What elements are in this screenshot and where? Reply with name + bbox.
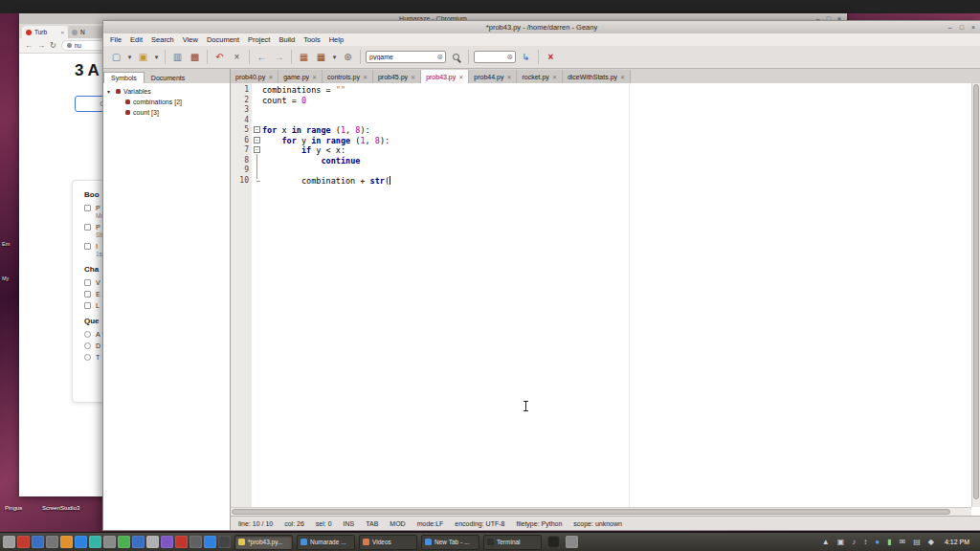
launcher-icon[interactable] [89, 536, 101, 548]
new-file-icon[interactable]: ▢ [109, 50, 123, 64]
taskbar-window-button[interactable]: *prob43.py... [234, 535, 293, 550]
launcher-icon[interactable] [161, 536, 173, 548]
launcher-icon[interactable] [60, 536, 73, 548]
open-file-dropdown-icon[interactable]: ▾ [153, 50, 160, 64]
nav-forward-icon[interactable]: → [272, 50, 286, 64]
close-doc-icon[interactable]: × [230, 50, 244, 64]
tray-clipboard-icon[interactable]: ▤ [913, 534, 921, 551]
menu-help[interactable]: Help [329, 35, 344, 44]
doc-tab-game.py[interactable]: game.py✕ [278, 70, 323, 83]
expander-icon[interactable]: ▾ [107, 88, 113, 95]
launcher-icon[interactable] [118, 536, 130, 548]
build-icon[interactable]: ▦ [314, 50, 328, 64]
tray-bluetooth-icon[interactable]: ● [875, 534, 880, 551]
tab-close-icon[interactable]: ✕ [458, 74, 463, 80]
menu-build[interactable]: Build [278, 35, 295, 44]
tray-network-icon[interactable]: ↕ [863, 534, 867, 551]
radio-icon[interactable] [84, 342, 91, 349]
browser-tab[interactable]: Turb× [22, 26, 68, 38]
tab-close-icon[interactable]: ✕ [312, 74, 317, 80]
horizontal-scrollbar[interactable] [231, 507, 971, 516]
tray-up-arrow-icon[interactable]: ▲ [822, 534, 830, 551]
doc-tab-controls.py[interactable]: controls.py✕ [323, 70, 373, 83]
menu-search[interactable]: Search [151, 35, 174, 44]
compile-icon[interactable]: ▦ [297, 50, 311, 64]
desktop-icon-label[interactable]: My [2, 276, 9, 281]
launcher-icon[interactable] [189, 536, 202, 548]
doc-tab-rocket.py[interactable]: rocket.py✕ [517, 70, 562, 83]
taskbar-window-button[interactable]: New Tab - ... [421, 535, 479, 550]
code-line[interactable] [262, 105, 980, 116]
checkbox-icon[interactable] [84, 205, 91, 211]
tab-close-icon[interactable]: ✕ [363, 74, 368, 80]
execute-icon[interactable]: ⊛ [341, 50, 355, 64]
taskbar-window-button[interactable]: Videos [359, 535, 417, 550]
desktop-icon-label[interactable]: ScreenStudio3 [42, 505, 79, 511]
launcher-icon[interactable] [204, 536, 216, 548]
vertical-scrollbar[interactable] [971, 83, 980, 507]
launcher-icon[interactable] [218, 536, 231, 548]
fold-toggle-icon[interactable]: − [254, 146, 260, 153]
toolbar-search-entry[interactable]: ⊗ [366, 51, 446, 63]
checkbox-icon[interactable] [84, 243, 91, 250]
goto-input[interactable] [478, 54, 504, 60]
maximize-button[interactable]: □ [960, 21, 964, 33]
code-line[interactable] [262, 116, 980, 126]
menu-edit[interactable]: Edit [130, 35, 143, 44]
checkbox-icon[interactable] [84, 224, 91, 231]
tree-item[interactable]: combinations [2] [103, 97, 230, 107]
tab-close-icon[interactable]: ✕ [620, 74, 625, 80]
launcher-icon[interactable] [3, 536, 15, 548]
desktop-icon-label[interactable]: Pingus [5, 505, 22, 511]
code-line[interactable]: continue [262, 156, 980, 166]
tab-close-icon[interactable]: ✕ [411, 74, 415, 80]
code-line[interactable]: count = 0 [262, 96, 980, 106]
tray-shield-icon[interactable]: ◆ [928, 534, 934, 551]
radio-icon[interactable] [84, 354, 91, 361]
menu-file[interactable]: File [110, 35, 122, 44]
clear-entry-icon[interactable]: ⊗ [436, 53, 443, 61]
launcher-icon[interactable] [32, 536, 44, 548]
tree-item[interactable]: count [3] [103, 107, 230, 118]
tab-close-icon[interactable]: ✕ [506, 74, 511, 80]
checkbox-icon[interactable] [84, 279, 91, 286]
tray-volume-icon[interactable]: ♪ [852, 534, 856, 551]
geany-titlebar[interactable]: *prob43.py - /home/darren - Geany – □ × [103, 21, 980, 33]
fold-toggle-icon[interactable]: − [254, 137, 260, 143]
doc-tab-prob44.py[interactable]: prob44.py✕ [469, 70, 517, 83]
doc-tab-prob40.py[interactable]: prob40.py✕ [231, 70, 278, 83]
code-area[interactable]: combinations = ""count = 0for x in range… [262, 83, 980, 516]
radio-icon[interactable] [84, 331, 91, 338]
doc-tab-prob45.py[interactable]: prob45.py✕ [373, 70, 421, 83]
new-file-dropdown-icon[interactable]: ▾ [126, 50, 133, 64]
tab-close-icon[interactable]: ✕ [552, 74, 557, 80]
tab-close-icon[interactable]: × [60, 30, 64, 35]
open-file-icon[interactable]: ▣ [136, 50, 150, 64]
save-icon[interactable]: ▥ [170, 50, 185, 64]
editor[interactable]: 12345678910 −−− combinations = ""count =… [231, 83, 980, 516]
launcher-icon[interactable] [146, 536, 159, 548]
minimize-button[interactable]: – [948, 21, 952, 33]
search-input[interactable] [369, 54, 434, 60]
sidebar-tab-documents[interactable]: Documents [145, 73, 191, 83]
checkbox-icon[interactable] [84, 302, 91, 309]
nav-back-icon[interactable]: ← [255, 50, 269, 64]
code-line[interactable] [262, 165, 980, 176]
reload-icon[interactable]: ↻ [50, 41, 56, 50]
search-icon[interactable] [449, 50, 463, 64]
checkbox-icon[interactable] [84, 291, 91, 298]
clock[interactable]: 4:12 PM [945, 539, 969, 545]
terminal-icon[interactable] [547, 536, 560, 548]
quit-icon[interactable]: × [544, 50, 558, 64]
tab-close-icon[interactable]: ✕ [268, 74, 273, 80]
toolbar-goto-entry[interactable]: ⊗ [474, 51, 516, 63]
jump-to-icon[interactable]: ↳ [519, 50, 533, 64]
scrollbar-thumb[interactable] [973, 84, 979, 499]
code-line[interactable]: for y in range (1, 8): [262, 136, 980, 146]
tray-display-icon[interactable]: ▣ [837, 534, 845, 551]
close-button[interactable]: × [971, 21, 975, 33]
tree-item[interactable]: ▾Variables [103, 86, 230, 97]
save-all-icon[interactable]: ▩ [188, 50, 202, 64]
menu-document[interactable]: Document [207, 35, 239, 44]
app-icon[interactable] [566, 536, 578, 548]
